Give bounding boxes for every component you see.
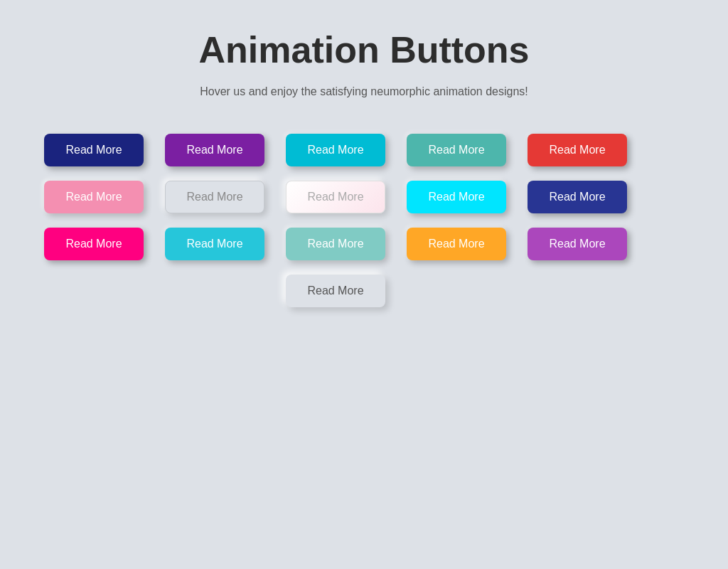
read-more-button-13[interactable]: Read More: [286, 228, 385, 260]
read-more-button-6[interactable]: Read More: [44, 181, 144, 213]
buttons-area: Read More Read More Read More Read More …: [44, 134, 684, 307]
page-container: Animation Buttons Hover us and enjoy the…: [0, 0, 728, 569]
button-row-4: Read More: [44, 275, 684, 307]
read-more-button-14[interactable]: Read More: [407, 228, 506, 260]
read-more-button-2[interactable]: Read More: [165, 134, 264, 166]
read-more-button-11[interactable]: Read More: [44, 228, 144, 260]
col3-group: Read More: [286, 228, 385, 260]
button-row-2: Read More Read More Read More Read More …: [44, 181, 684, 213]
col1-group: Read More: [44, 228, 144, 260]
read-more-button-3[interactable]: Read More: [286, 134, 385, 166]
read-more-button-9[interactable]: Read More: [407, 181, 506, 213]
spacer-1: [44, 275, 144, 307]
page-title: Animation Buttons: [14, 28, 714, 71]
read-more-button-16[interactable]: Read More: [286, 275, 385, 307]
col2-group: Read More: [165, 228, 264, 260]
read-more-button-15[interactable]: Read More: [528, 228, 627, 260]
read-more-button-7[interactable]: Read More: [165, 181, 264, 213]
page-subtitle: Hover us and enjoy the satisfying neumor…: [14, 85, 714, 98]
read-more-button-8[interactable]: Read More: [286, 181, 385, 213]
read-more-button-12[interactable]: Read More: [165, 228, 264, 260]
button-row-3: Read More Read More Read More Read More …: [44, 228, 684, 260]
col5-group: Read More: [528, 228, 627, 260]
button-row-1: Read More Read More Read More Read More …: [44, 134, 684, 166]
read-more-button-10[interactable]: Read More: [528, 181, 627, 213]
read-more-button-5[interactable]: Read More: [528, 134, 627, 166]
col4-group: Read More: [407, 228, 506, 260]
spacer-2: [165, 275, 264, 307]
read-more-button-4[interactable]: Read More: [407, 134, 506, 166]
read-more-button-1[interactable]: Read More: [44, 134, 144, 166]
